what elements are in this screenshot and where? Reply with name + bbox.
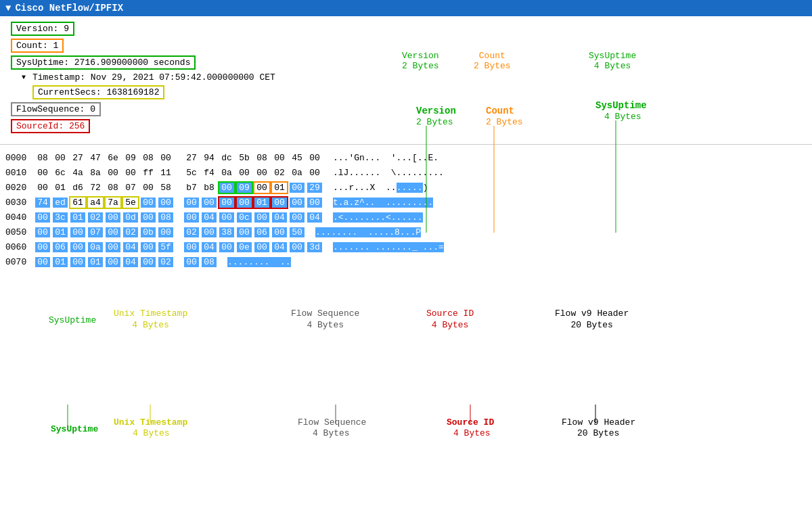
byte: 00 (158, 227, 173, 237)
byte: 00 (237, 168, 252, 178)
byte: f4 (202, 168, 217, 178)
byte: 02 (184, 227, 199, 237)
hex-row-0030: 0030 74 ed 61 a4 7a 5e 00 00 00 00 00 00… (0, 195, 812, 210)
offset-0070: 0070 (5, 257, 35, 267)
byte: 72 (88, 183, 103, 193)
sourceid-field: SourceId: 256 (11, 119, 90, 133)
annotation-sysuptime: SysUptime (49, 315, 96, 327)
byte: 01 (53, 257, 68, 267)
bytes-0050: 00 01 00 07 00 02 0b 00 02 00 38 00 06 0… (35, 227, 304, 237)
annotation-flowv9-sublabel: 20 Bytes (555, 320, 629, 331)
byte: 00 (290, 212, 304, 223)
annotation-sysuptime-label: SysUptime (49, 315, 96, 327)
offset-0040: 0040 (5, 212, 35, 223)
offset-0030: 0030 (5, 198, 35, 208)
byte: d6 (70, 183, 85, 193)
byte: b8 (202, 183, 217, 193)
annotation-unix-sublabel: 4 Bytes (114, 320, 187, 331)
bytes-0010: 00 6c 4a 8a 00 00 ff 11 5c f4 0a 00 00 0… (35, 168, 322, 178)
byte: 00 (219, 242, 234, 252)
byte: 00 (202, 198, 217, 208)
byte: 0a (290, 168, 304, 178)
hex-row-0050: 0050 00 01 00 07 00 02 0b 00 02 00 38 00… (0, 225, 812, 239)
currentsecs-row: CurrentSecs: 1638169182 (32, 85, 801, 99)
byte: 00 (254, 168, 269, 178)
byte: 04 (202, 242, 217, 252)
annotation-srcid-label: Source ID (426, 308, 474, 320)
byte: 00 (307, 198, 322, 208)
byte: 00 (106, 242, 120, 252)
byte: 27 (70, 153, 85, 163)
byte: 00 (202, 227, 217, 237)
bytes-0000: 08 00 27 47 6e 09 08 00 27 94 dc 5b 08 0… (35, 153, 322, 163)
byte: 00 (184, 198, 199, 208)
offset-0020: 0020 (5, 183, 35, 193)
byte: 02 (272, 168, 287, 178)
byte: 58 (158, 183, 173, 193)
collapse-triangle[interactable]: ▼ (5, 3, 11, 14)
byte: 06 (53, 242, 68, 252)
hex-row-0000: 0000 08 00 27 47 6e 09 08 00 27 94 dc 5b… (0, 150, 812, 165)
annotation-flow-v9: Flow v9 Header 20 Bytes (555, 308, 629, 331)
byte: 02 (158, 257, 173, 267)
byte: 09 (123, 153, 138, 163)
annotation-source-id: Source ID 4 Bytes (426, 308, 474, 331)
byte: 38 (219, 227, 234, 237)
byte: 00 (272, 227, 287, 237)
currentsecs-field: CurrentSecs: 1638169182 (32, 85, 164, 99)
ascii-0000: ...'Gn... '...[..E. (333, 153, 438, 163)
svg-unix-sublabel: 4 Bytes (133, 428, 170, 438)
ascii-0060: ....... ......._ ...= (333, 242, 444, 252)
byte: 00 (53, 153, 68, 163)
byte: 00 (184, 257, 199, 267)
byte-sysup-2: ed (53, 198, 68, 208)
byte: 07 (88, 227, 103, 237)
byte: 3c (53, 212, 68, 223)
byte: 5c (184, 168, 199, 178)
byte-flowseq-1: 00 (219, 198, 234, 208)
byte: 0b (141, 227, 156, 237)
byte: 04 (123, 242, 138, 252)
byte: 00 (70, 257, 85, 267)
annotation-srcid-sublabel: 4 Bytes (426, 320, 474, 331)
byte-uts-4: 5e (123, 198, 138, 208)
byte: 6c (53, 168, 68, 178)
byte: 02 (88, 212, 103, 223)
svg-flowv9-bot-label: Flow v9 Header (562, 417, 635, 428)
svg-srcid-bot-label: Source ID (447, 417, 494, 428)
byte: 45 (290, 153, 304, 163)
byte: 00 (70, 227, 85, 237)
svg-flowv9-bot-sublabel: 20 Bytes (577, 428, 619, 438)
byte: ff (141, 168, 156, 178)
byte: 27 (184, 153, 199, 163)
byte: 08 (202, 257, 217, 267)
count-row: Count: 1 (11, 39, 801, 53)
byte: 00 (290, 198, 304, 208)
byte: 00 (237, 227, 252, 237)
byte: 00 (141, 212, 156, 223)
byte: 08 (106, 183, 120, 193)
byte: 08 (35, 153, 50, 163)
byte: 02 (123, 227, 138, 237)
byte: 0d (123, 212, 138, 223)
byte: 3d (307, 242, 322, 252)
byte: 08 (141, 153, 156, 163)
hex-row-0070: 0070 00 01 00 01 00 04 00 02 00 08 .....… (0, 254, 812, 269)
header-bar: ▼ Cisco NetFlow/IPFIX (0, 0, 812, 16)
version-field: Version: 9 (11, 22, 74, 36)
timestamp-triangle[interactable]: ▼ (22, 74, 26, 81)
annotation-unix-label: Unix Timestamp (114, 308, 187, 320)
byte: 00 (184, 242, 199, 252)
byte: 5b (237, 153, 252, 163)
annotation-flowv9-label: Flow v9 Header (555, 308, 629, 320)
byte: 0c (237, 212, 252, 223)
byte: 00 (272, 153, 287, 163)
byte-sysup-1: 74 (35, 198, 50, 208)
svg-srcid-bot-sublabel: 4 Bytes (453, 428, 491, 438)
flowsequence-field: FlowSequence: 0 (11, 102, 101, 116)
offset-0000: 0000 (5, 153, 35, 163)
byte: 04 (202, 212, 217, 223)
byte: 01 (53, 183, 68, 193)
byte: 04 (307, 212, 322, 223)
byte: 0a (88, 242, 103, 252)
